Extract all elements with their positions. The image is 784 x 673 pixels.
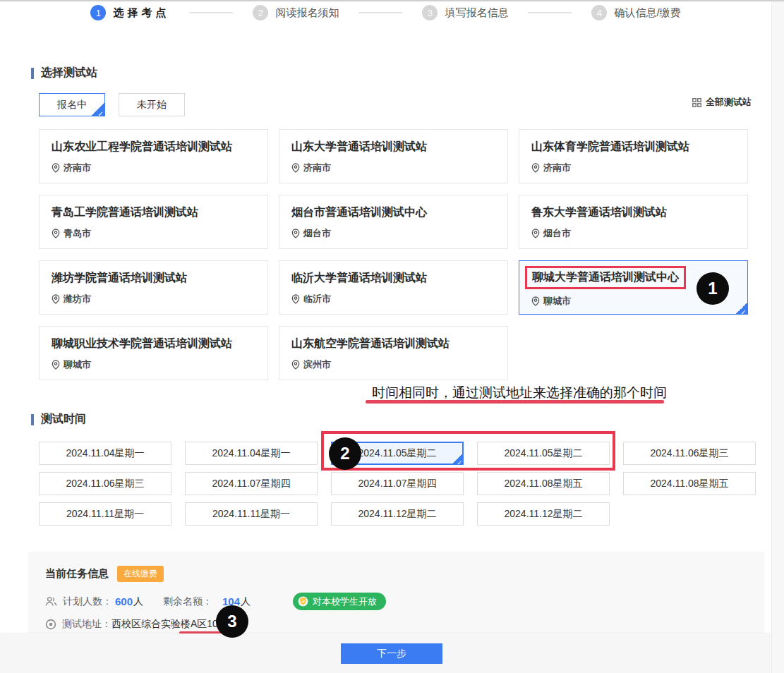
top-divider — [0, 0, 784, 1]
station-name-marked: 聊城大学普通话培训测试中心 — [525, 266, 686, 289]
map-pin-icon — [52, 163, 60, 173]
station-card[interactable]: 鲁东大学普通话培训测试站 烟台市 — [519, 195, 748, 249]
annotation-badge-1: 1 — [696, 272, 729, 305]
station-name: 山东农业工程学院普通话培训测试站 — [52, 140, 255, 154]
task-info-panel: 当前任务信息 在线缴费 计划人数： 600 人 剩余名额： 104 人 — [28, 552, 764, 633]
date-label: 2024.11.06星期三 — [66, 478, 144, 490]
remaining-quota-unit: 人 — [241, 595, 251, 608]
tab-not-started[interactable]: 未开始 — [119, 93, 185, 116]
station-name: 潍坊学院普通话培训测试站 — [52, 271, 255, 286]
station-card[interactable]: 潍坊学院普通话培训测试站 潍坊市 — [39, 260, 268, 315]
station-name: 鲁东大学普通话培训测试站 — [531, 205, 735, 220]
date-option[interactable]: 2024.11.06星期三 — [623, 442, 756, 465]
map-pin-icon — [291, 229, 300, 238]
date-label: 2024.11.12星期二 — [358, 508, 436, 521]
step-number-1: 1 — [90, 5, 106, 20]
annotation-note-underline — [366, 400, 664, 404]
station-name: 临沂大学普通话培训测试站 — [291, 271, 495, 286]
station-city: 聊城市 — [64, 358, 91, 371]
station-card[interactable]: 烟台市普通话培训测试中心 烟台市 — [279, 195, 508, 249]
date-label: 2024.11.05星期二 — [504, 447, 582, 460]
people-icon — [45, 596, 57, 607]
date-label: 2024.11.06星期三 — [650, 447, 728, 460]
date-label: 2024.11.12星期二 — [504, 508, 582, 521]
station-card[interactable]: 聊城职业技术学院普通话培训测试站 聊城市 — [39, 326, 268, 380]
plan-count-value: 600 — [115, 595, 133, 607]
station-city: 烟台市 — [543, 227, 571, 240]
station-name: 山东大学普通话培训测试站 — [291, 140, 495, 154]
step-label-3: 填写报名信息 — [445, 6, 508, 20]
date-option[interactable]: 2024.11.11星期一 — [39, 502, 171, 526]
tab-registering-label: 报名中 — [57, 99, 87, 111]
check-corner-icon — [735, 302, 748, 315]
date-option[interactable]: 2024.11.07星期四 — [185, 472, 318, 495]
station-name: 青岛工学院普通话培训测试站 — [52, 205, 255, 220]
station-city: 烟台市 — [303, 227, 331, 240]
station-name: 山东体育学院普通话培训测试站 — [531, 140, 735, 154]
tab-not-started-label: 未开始 — [137, 99, 167, 111]
online-pay-badge: 在线缴费 — [117, 566, 164, 582]
step-confirm-pay: 4 确认信息/缴费 — [591, 5, 680, 20]
remaining-quota-label: 剩余名额： — [163, 595, 212, 608]
step-connector — [358, 12, 402, 13]
task-info-title: 当前任务信息 — [45, 567, 109, 581]
step-select-site: 1 选择考点 — [90, 5, 169, 20]
all-stations-link[interactable]: 全部测试站 — [692, 96, 752, 109]
station-card[interactable]: 山东大学普通话培训测试站 济南市 — [279, 129, 508, 183]
station-card[interactable]: 临沂大学普通话培训测试站 临沂市 — [279, 260, 508, 315]
map-pin-icon — [291, 163, 300, 173]
station-card[interactable]: 山东体育学院普通话培训测试站 济南市 — [519, 129, 748, 183]
date-option[interactable]: 2024.11.07星期四 — [331, 472, 464, 495]
date-option[interactable]: 2024.11.06星期三 — [39, 472, 171, 495]
date-label: 2024.11.04星期一 — [66, 447, 144, 460]
date-option[interactable]: 2024.11.08星期五 — [623, 472, 756, 495]
shield-icon — [298, 596, 308, 607]
date-option[interactable]: 2024.11.12星期二 — [331, 502, 464, 526]
station-city: 聊城市 — [543, 295, 571, 308]
location-target-icon — [45, 619, 56, 630]
test-address-label: 测试地址： — [62, 618, 111, 631]
step-connector — [528, 12, 572, 13]
section-accent-bar — [31, 414, 34, 425]
station-card[interactable]: 山东农业工程学院普通话培训测试站 济南市 — [39, 129, 268, 183]
next-step-button[interactable]: 下一步 — [341, 643, 442, 664]
date-label: 2024.11.05星期二 — [358, 447, 436, 460]
annotation-badge-3: 3 — [216, 605, 248, 638]
station-name: 烟台市普通话培训测试中心 — [291, 205, 495, 220]
date-option[interactable]: 2024.11.05星期二 — [477, 442, 610, 465]
station-city: 潍坊市 — [64, 293, 91, 305]
step-connector — [189, 12, 233, 13]
all-stations-label: 全部测试站 — [706, 96, 752, 109]
date-option[interactable]: 2024.11.12星期二 — [477, 502, 610, 526]
step-number-4: 4 — [591, 5, 607, 20]
station-name: 聊城职业技术学院普通话培训测试站 — [52, 336, 255, 351]
date-label: 2024.11.08星期五 — [650, 478, 728, 490]
plan-count-unit: 人 — [133, 595, 143, 608]
grid-icon — [692, 98, 701, 107]
step-label-1: 选择考点 — [113, 6, 169, 20]
station-status-tabs: 报名中 未开始 — [39, 93, 185, 116]
step-indicator: 1 选择考点 2 阅读报名须知 3 填写报名信息 4 确认信息/缴费 — [0, 5, 771, 20]
date-option-grid: 2024.11.04星期一 2024.11.04星期一 2024.11.05星期… — [39, 442, 756, 526]
footer-bar: 下一步 — [0, 633, 771, 673]
date-option[interactable]: 2024.11.08星期五 — [477, 472, 610, 495]
date-option[interactable]: 2024.11.11星期一 — [185, 502, 318, 526]
map-pin-icon — [52, 360, 60, 370]
plan-count-label: 计划人数： — [63, 595, 112, 608]
step-read-notice: 2 阅读报名须知 — [253, 5, 339, 20]
date-option[interactable]: 2024.11.04星期一 — [39, 442, 171, 465]
station-card-selected[interactable]: 聊城大学普通话培训测试中心 聊城市 1 — [519, 260, 748, 315]
step-label-4: 确认信息/缴费 — [614, 6, 680, 20]
station-card[interactable]: 山东航空学院普通话培训测试站 滨州市 — [279, 326, 508, 380]
station-section-title: 选择测试站 — [41, 66, 97, 80]
date-label: 2024.11.11星期一 — [66, 508, 144, 521]
date-label: 2024.11.07星期四 — [358, 478, 436, 490]
date-option[interactable]: 2024.11.04星期一 — [185, 442, 318, 465]
tab-registering[interactable]: 报名中 — [39, 93, 105, 116]
station-city: 滨州市 — [303, 358, 331, 371]
station-city: 临沂市 — [303, 293, 331, 305]
open-to-school-badge: 对本校学生开放 — [293, 593, 386, 610]
test-address-part1: 西校区综合实验 — [111, 618, 181, 629]
check-corner-icon — [452, 453, 464, 465]
station-card[interactable]: 青岛工学院普通话培训测试站 青岛市 — [39, 195, 268, 249]
